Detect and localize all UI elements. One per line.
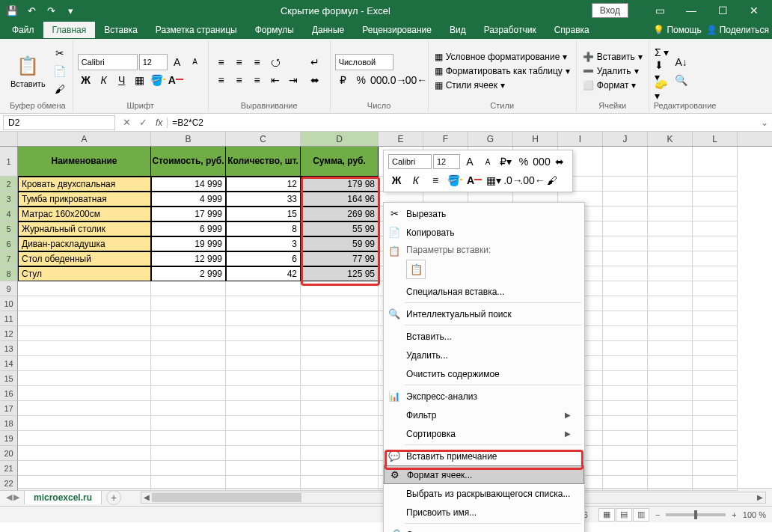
row-header[interactable]: 8 [0,266,18,281]
font-select[interactable] [78,54,138,70]
mt-font-color-icon[interactable]: A [466,172,482,189]
cell[interactable]: Тумба прикроватная [18,192,151,207]
cell[interactable]: Кровать двухспальная [18,177,151,192]
row-header[interactable]: 9 [0,281,18,296]
grow-font-icon[interactable]: A [169,54,186,70]
cell[interactable]: 77 99 [301,251,379,266]
indent-increase-icon[interactable]: ⇥ [285,72,301,88]
cell[interactable] [693,386,738,401]
cell[interactable] [603,446,648,461]
cell[interactable] [18,371,151,386]
col-header-f[interactable]: F [423,132,468,146]
cell[interactable] [301,416,379,431]
clear-icon[interactable]: 🧽 ▾ [654,82,670,98]
mt-format-painter-icon[interactable]: 🖌 [544,172,560,189]
cm-cut[interactable]: ✂Вырезать [384,204,584,223]
align-right-icon[interactable]: ≡ [249,72,266,88]
row-header[interactable]: 20 [0,446,18,461]
border-icon[interactable]: ▦ [132,72,148,88]
view-pagelayout-icon[interactable]: ▤ [616,508,632,522]
cell[interactable] [693,401,738,416]
autosum-icon[interactable]: Σ ▾ [654,44,670,61]
cell[interactable] [18,281,151,296]
sort-filter-icon[interactable]: A↓ [673,54,690,70]
mt-fill-color-icon[interactable]: 🪣 [447,172,463,189]
cell[interactable]: 3 [226,236,301,251]
percent-icon[interactable]: % [353,72,370,88]
align-top-icon[interactable]: ≡ [213,54,230,70]
cell[interactable] [648,281,693,296]
cell[interactable]: 12 [226,177,301,192]
cell[interactable] [151,386,226,401]
cell[interactable] [18,341,151,356]
cell[interactable] [151,431,226,446]
cell[interactable] [226,461,301,476]
copy-icon[interactable]: 📄 [52,63,68,79]
cut-icon[interactable]: ✂ [52,45,68,61]
align-left-icon[interactable]: ≡ [213,72,230,88]
fill-icon[interactable]: ⬇ ▾ [654,63,670,79]
cell[interactable] [693,147,738,177]
cell[interactable] [603,476,648,491]
size-select[interactable] [139,54,168,70]
mt-currency-icon[interactable]: ₽▾ [497,153,514,170]
cell[interactable] [648,446,693,461]
tab-developer[interactable]: Разработчик [475,22,545,38]
cell[interactable]: Сумма, руб. [301,147,379,177]
delete-cells[interactable]: ➖ Удалить ▾ [581,65,644,77]
cm-quick-analysis[interactable]: 📊Экспресс-анализ [384,387,584,406]
sheet-tab[interactable]: microexcel.ru [24,490,102,504]
currency-icon[interactable]: ₽ [335,72,352,88]
cm-filter[interactable]: Фильтр▶ [384,406,584,424]
shrink-font-icon[interactable]: A [187,54,203,70]
cell[interactable] [648,356,693,371]
cell[interactable] [18,356,151,371]
font-color-icon[interactable]: A [168,72,184,88]
cell[interactable] [18,431,151,446]
cell[interactable] [603,147,648,177]
cell[interactable] [648,416,693,431]
cell[interactable] [648,221,693,236]
cell[interactable] [226,311,301,326]
row-header[interactable]: 17 [0,401,18,416]
cell[interactable] [693,416,738,431]
cell[interactable] [151,356,226,371]
row-header[interactable]: 3 [0,192,18,207]
cell[interactable] [226,296,301,311]
cell[interactable] [693,326,738,341]
merge-icon[interactable]: ⬌ [304,72,325,88]
cell[interactable]: Журнальный столик [18,221,151,236]
cell[interactable] [603,326,648,341]
cancel-formula-icon[interactable]: ✕ [118,114,135,131]
cm-define-name[interactable]: Присвоить имя... [384,503,584,522]
cell[interactable] [226,476,301,491]
sheet-prev-icon[interactable]: ◀ [6,492,12,502]
zoom-in-icon[interactable]: + [732,510,736,519]
cell[interactable] [226,356,301,371]
cell[interactable] [603,401,648,416]
row-header[interactable]: 19 [0,431,18,446]
cell[interactable] [603,416,648,431]
align-middle-icon[interactable]: ≡ [231,54,248,70]
cell[interactable] [226,431,301,446]
tab-insert[interactable]: Вставка [95,22,147,38]
expand-formula-bar-icon[interactable]: ⌄ [757,117,772,128]
cell[interactable] [603,207,648,221]
row-header[interactable]: 6 [0,236,18,251]
cell[interactable] [693,431,738,446]
cell[interactable] [648,476,693,491]
cell[interactable] [693,281,738,296]
col-header-j[interactable]: J [603,132,648,146]
cell[interactable] [226,281,301,296]
bold-button[interactable]: Ж [78,72,94,88]
cell[interactable]: 4 999 [151,192,226,207]
row-header[interactable]: 21 [0,461,18,476]
insert-cells[interactable]: ➕ Вставить ▾ [581,51,644,63]
cell[interactable] [648,311,693,326]
cell[interactable] [603,177,648,192]
sheet-next-icon[interactable]: ▶ [13,492,19,502]
cm-pick-list[interactable]: Выбрать из раскрывающегося списка... [384,484,584,503]
tab-formulas[interactable]: Формулы [246,22,303,38]
cell[interactable] [648,386,693,401]
qat-customize-icon[interactable]: ▾ [61,1,79,19]
